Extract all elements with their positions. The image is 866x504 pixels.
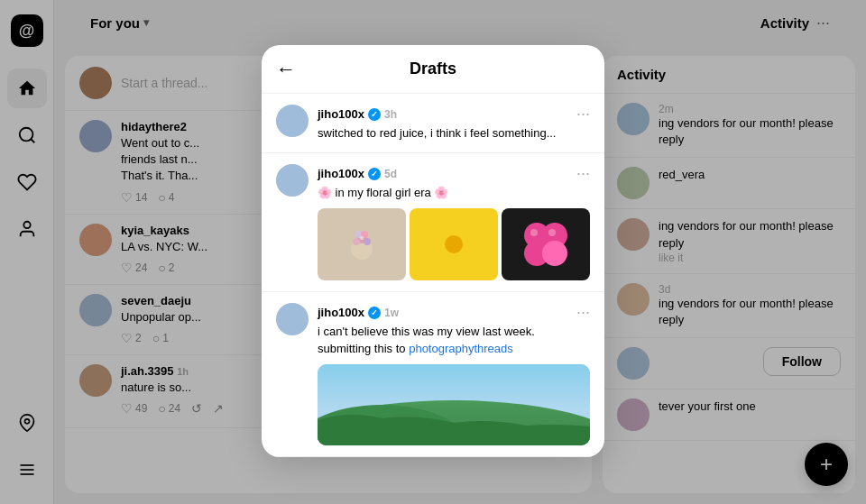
drafts-modal: ← Drafts jiho100x ✓ 3h ··· switched to r…	[262, 45, 604, 457]
draft-content: jiho100x ✓ 3h ··· switched to red juice,…	[318, 105, 590, 142]
draft-image	[318, 208, 406, 280]
username-text: jiho100x	[318, 107, 364, 121]
pink-balls-image	[502, 208, 590, 280]
svg-point-13	[360, 236, 364, 240]
draft-username: jiho100x ✓ 3h	[318, 107, 397, 121]
svg-point-27	[530, 229, 538, 236]
draft-content: jiho100x ✓ 1w ··· i can't believe this w…	[318, 303, 590, 444]
flower-ring-image	[318, 208, 406, 280]
back-button[interactable]: ←	[276, 58, 296, 81]
verified-badge: ✓	[368, 108, 381, 121]
draft-top: jiho100x ✓ 5d ···	[318, 164, 590, 183]
draft-link[interactable]: photographythreads	[409, 342, 513, 355]
draft-content: jiho100x ✓ 5d ··· 🌸 in my floral girl er…	[318, 164, 590, 280]
username-text: jiho100x	[318, 167, 364, 180]
svg-point-26	[542, 241, 567, 266]
verified-badge: ✓	[368, 307, 381, 319]
draft-time: 1w	[384, 307, 399, 319]
draft-image	[410, 208, 498, 280]
draft-top: jiho100x ✓ 3h ···	[318, 105, 590, 124]
draft-text: 🌸 in my floral girl era 🌸	[318, 185, 590, 201]
svg-point-28	[548, 229, 556, 236]
draft-text: i can't believe this was my view last we…	[318, 324, 590, 356]
draft-username: jiho100x ✓ 1w	[318, 306, 399, 319]
draft-time: 3h	[384, 108, 397, 121]
verified-badge: ✓	[368, 168, 381, 180]
draft-time: 5d	[384, 168, 397, 180]
modal-header: ← Drafts	[262, 45, 604, 94]
svg-point-9	[353, 238, 360, 245]
draft-image	[502, 208, 590, 280]
modal-title: Drafts	[410, 60, 456, 78]
draft-top: jiho100x ✓ 1w ···	[318, 303, 590, 322]
draft-landscape-image	[318, 364, 590, 445]
svg-point-10	[364, 238, 371, 245]
username-text: jiho100x	[318, 306, 364, 319]
draft-images	[318, 208, 590, 280]
modal-body: jiho100x ✓ 3h ··· switched to red juice,…	[262, 94, 604, 457]
draft-options-button[interactable]: ···	[576, 303, 590, 322]
list-item: jiho100x ✓ 1w ··· i can't believe this w…	[262, 292, 604, 456]
draft-options-button[interactable]: ···	[576, 105, 590, 124]
draft-username: jiho100x ✓ 5d	[318, 167, 397, 180]
svg-point-22	[445, 235, 463, 253]
list-item: jiho100x ✓ 5d ··· 🌸 in my floral girl er…	[262, 153, 604, 292]
avatar	[276, 164, 309, 197]
avatar	[276, 105, 309, 137]
draft-options-button[interactable]: ···	[576, 164, 590, 183]
list-item: jiho100x ✓ 3h ··· switched to red juice,…	[262, 94, 604, 153]
draft-text: switched to red juice, i think i feel so…	[318, 125, 590, 142]
avatar	[276, 303, 309, 335]
yellow-flower-image	[410, 208, 498, 280]
